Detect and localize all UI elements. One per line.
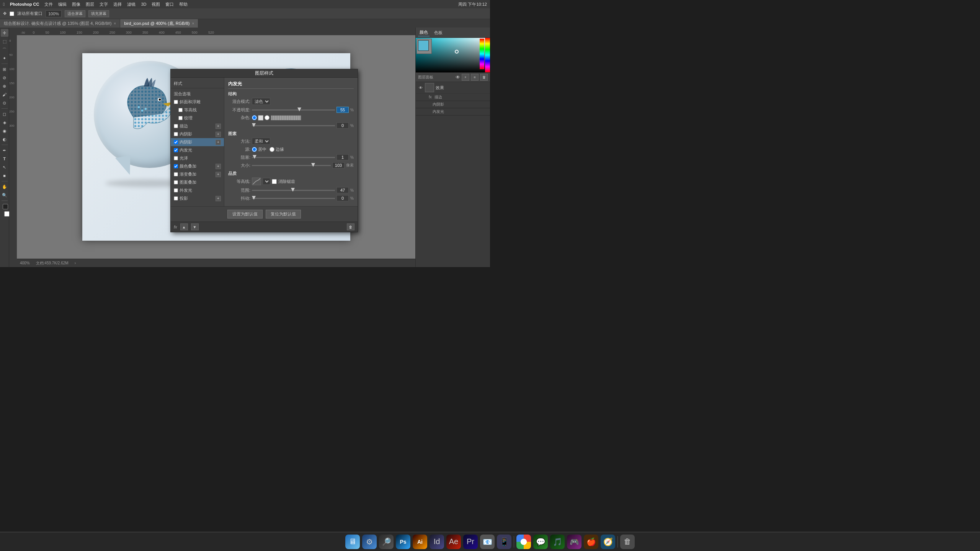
layer-eye[interactable]: 👁 [418, 85, 423, 90]
blend-options-item[interactable]: 混合选项 [171, 90, 224, 98]
inner-glow-item[interactable]: 内阴影 + [171, 138, 224, 146]
paint-bucket[interactable]: ◈ [1, 119, 8, 126]
scroll-all-checkbox[interactable] [10, 11, 14, 16]
fx-btn-2[interactable]: ▼ [191, 223, 199, 230]
set-default-button[interactable]: 设置为默认值 [227, 210, 263, 218]
bevel-item[interactable]: 斜面和浮雕 [171, 98, 224, 106]
layer-delete-btn[interactable]: 🗑 [480, 74, 488, 81]
layer-add-btn[interactable]: + [462, 74, 469, 81]
menu-layer[interactable]: 图层 [86, 2, 94, 7]
noise-input[interactable] [336, 122, 349, 129]
texture-checkbox[interactable] [178, 116, 183, 120]
range-input[interactable] [336, 187, 349, 193]
swatches-tab[interactable]: 色板 [433, 29, 444, 36]
fg-color-swatch[interactable] [418, 40, 429, 51]
glow-color-swatch[interactable] [258, 115, 263, 121]
inner-shadow-add-btn[interactable]: + [216, 132, 221, 137]
source-edge-radio[interactable] [270, 147, 274, 152]
size-input[interactable] [332, 162, 345, 168]
eraser-tool[interactable]: ◻ [1, 110, 8, 118]
choke-slider[interactable] [252, 157, 335, 158]
tab-2[interactable]: bird_icon.psd @ 400% (底, RGB/8) × [120, 19, 198, 28]
inner-shadow-item[interactable]: 内阴影 + [171, 130, 224, 138]
jitter-slider[interactable] [252, 198, 335, 199]
blur-tool[interactable]: ◉ [1, 127, 8, 135]
menu-image[interactable]: 图像 [72, 2, 80, 7]
fx-delete-btn[interactable]: 🗑 [347, 223, 354, 230]
zoom-tool[interactable]: 🔍 [1, 191, 8, 199]
color-overlay-checkbox[interactable] [174, 164, 178, 168]
drop-shadow-checkbox[interactable] [174, 196, 178, 201]
grad-overlay-checkbox[interactable] [174, 172, 178, 176]
satin-item[interactable]: 光泽 [171, 154, 224, 162]
background-color[interactable] [4, 211, 10, 217]
marquee-tool[interactable]: ⬚ [1, 37, 8, 45]
shape-tool[interactable]: ■ [1, 172, 8, 179]
method-select[interactable]: 柔和 [252, 138, 270, 145]
layer-item-effects[interactable]: 👁 效果 [416, 82, 490, 94]
stroke-add-btn[interactable]: + [216, 124, 221, 129]
fit-screen-button[interactable]: 适合屏幕 [65, 10, 85, 17]
foreground-color[interactable] [3, 204, 8, 209]
source-edge-option[interactable]: 边缘 [270, 147, 284, 152]
reset-default-button[interactable]: 复位为默认值 [266, 210, 301, 218]
menu-file[interactable]: 文件 [44, 2, 53, 7]
dodge-tool[interactable]: ◐ [1, 135, 8, 143]
crop-tool[interactable]: ⊞ [1, 65, 8, 73]
heal-tool[interactable]: ⊕ [1, 82, 8, 90]
hue-strip[interactable] [485, 38, 490, 72]
menu-window[interactable]: 窗口 [165, 2, 174, 7]
grad-overlay-item[interactable]: 渐变叠加 + [171, 170, 224, 178]
color-picker-area[interactable] [416, 38, 490, 72]
layer-menu-btn[interactable]: ≡ [471, 74, 479, 81]
hand-tool[interactable]: ✋ [1, 183, 8, 191]
outer-glow-item[interactable]: 外发光 [171, 186, 224, 194]
apple-menu[interactable]:  [3, 2, 5, 7]
texture-item[interactable]: 纹理 [171, 114, 224, 122]
menu-3d[interactable]: 3D [141, 2, 146, 7]
inner-glow2-checkbox[interactable] [174, 148, 178, 152]
tab-1[interactable]: 组合图标设计. 确实有点设计感 @ 135% (图层 4, RGB/8#) × [0, 19, 120, 28]
inner-shadow-checkbox[interactable] [174, 132, 178, 136]
menu-select[interactable]: 选择 [113, 2, 122, 7]
anti-alias-checkbox[interactable] [272, 179, 277, 184]
color-overlay-item[interactable]: 颜色叠加 + [171, 162, 224, 170]
pattern-overlay-item[interactable]: 图案叠加 [171, 178, 224, 186]
choke-input[interactable] [336, 154, 349, 160]
menu-help[interactable]: 帮助 [179, 2, 188, 7]
inner-glow2-item[interactable]: 内发光 [171, 146, 224, 154]
inner-glow-add-btn[interactable]: + [216, 140, 221, 145]
opacity-input[interactable] [336, 107, 349, 113]
clone-tool[interactable]: ⊙ [1, 99, 8, 107]
text-tool[interactable]: T [1, 155, 8, 163]
layer-visibility-icon[interactable]: 👁 [456, 75, 460, 80]
drop-shadow-add-btn[interactable]: + [216, 196, 221, 201]
size-slider[interactable] [252, 165, 331, 166]
blend-mode-select[interactable]: 滤色 [252, 98, 270, 105]
fill-screen-button[interactable]: 填充屏幕 [88, 10, 109, 17]
color-tab[interactable]: 颜色 [418, 29, 430, 36]
menu-type[interactable]: 文字 [100, 2, 108, 7]
arrow-btn[interactable]: › [75, 261, 76, 265]
lasso-tool[interactable]: ⌒ [1, 46, 8, 54]
contour-thumbnail[interactable] [252, 178, 261, 185]
satin-checkbox[interactable] [174, 156, 178, 160]
source-center-radio[interactable] [252, 147, 257, 152]
pen-tool[interactable]: ✒ [1, 147, 8, 154]
tab-1-close[interactable]: × [114, 21, 116, 26]
stroke-item[interactable]: 描边 + [171, 122, 224, 130]
move-tool[interactable]: ✛ [1, 29, 8, 37]
opacity-slider[interactable] [252, 109, 335, 111]
menu-edit[interactable]: 编辑 [58, 2, 67, 7]
range-slider[interactable] [252, 190, 335, 191]
contour-checkbox[interactable] [178, 108, 183, 112]
bevel-checkbox[interactable] [174, 100, 178, 104]
gradient-radio[interactable] [265, 115, 270, 120]
brush-tool[interactable]: 🖌 [1, 91, 8, 98]
stroke-checkbox[interactable] [174, 124, 178, 128]
path-select[interactable]: ↖ [1, 163, 8, 171]
solid-color-radio[interactable] [252, 115, 257, 120]
grad-overlay-add-btn[interactable]: + [216, 172, 221, 177]
pattern-overlay-checkbox[interactable] [174, 180, 178, 184]
inner-glow-checkbox[interactable] [174, 140, 178, 144]
